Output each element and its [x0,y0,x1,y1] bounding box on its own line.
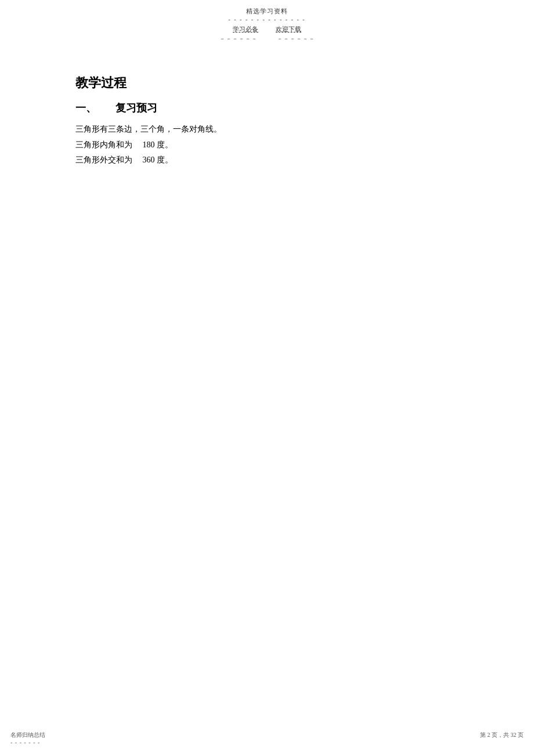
page-container: 精选学习资料 - - - - - - - - - - - - - - 学习必备 … [0,0,534,756]
footer-left-label: 名师归纳总结 [10,731,45,739]
footer-left-dashes: - - - - - - - [10,739,45,746]
section-heading: 教学过程 [75,74,459,92]
body-line-2: 三角形内角和为 180 度。 [75,138,459,153]
main-content: 教学过程 一、 复习预习 三角形有三条边，三个角，一条对角线。 三角形内角和为 … [0,45,534,203]
footer-right: 第 2 页，共 32 页 [480,731,524,746]
subsection-heading: 一、 复习预习 [75,101,459,115]
header-subtitle-left: 学习必备 [233,25,258,34]
header-subtitle-row: 学习必备 欢迎下载 [0,25,534,34]
body-line-1: 三角形有三条边，三个角，一条对角线。 [75,122,459,138]
footer-left: 名师归纳总结 - - - - - - - [10,731,45,746]
footer-area: 名师归纳总结 - - - - - - - 第 2 页，共 32 页 [0,731,534,746]
body-line-3: 三角形外交和为 360 度。 [75,153,459,168]
header-title: 精选学习资料 [0,7,534,16]
subsection-label: 一、 [75,102,96,114]
body-text: 三角形有三条边，三个角，一条对角线。 三角形内角和为 180 度。 三角形外交和… [75,122,459,168]
subsection-title: 复习预习 [116,102,157,114]
header-subtitle-right: 欢迎下载 [276,25,301,34]
header-dashes-bottom: －－－－－－ －－－－－－ [0,35,534,43]
footer-right-text: 第 2 页，共 32 页 [480,732,524,738]
header-dashes-top: - - - - - - - - - - - - - - [0,16,534,23]
header-area: 精选学习资料 - - - - - - - - - - - - - - 学习必备 … [0,0,534,43]
